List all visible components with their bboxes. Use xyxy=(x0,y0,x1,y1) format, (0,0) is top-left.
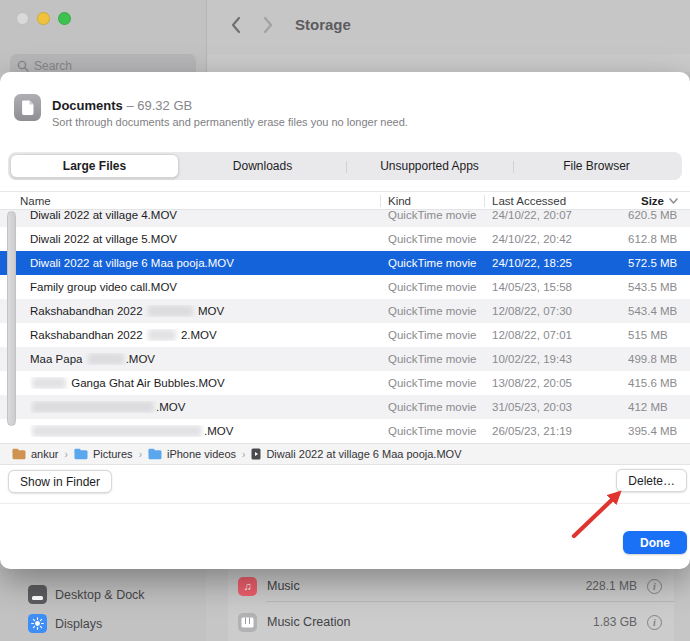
show-in-finder-button[interactable]: Show in Finder xyxy=(8,470,112,493)
breadcrumb-item[interactable]: Pictures xyxy=(74,448,133,460)
redacted-text xyxy=(148,305,193,317)
column-header-size[interactable]: Size xyxy=(628,192,690,209)
tab-label: File Browser xyxy=(563,159,630,173)
file-size: 572.5 MB xyxy=(628,257,690,269)
category-size: 1.83 GB xyxy=(593,615,637,629)
tab-file-browser[interactable]: File Browser xyxy=(513,154,680,178)
breadcrumb-label: ankur xyxy=(31,448,59,460)
file-size: 543.5 MB xyxy=(628,281,690,293)
file-kind: QuickTime movie xyxy=(388,377,492,389)
file-kind: QuickTime movie xyxy=(388,305,492,317)
traffic-lights xyxy=(16,12,71,25)
file-last-accessed: 24/10/22, 20:07 xyxy=(492,210,628,221)
table-row[interactable]: Maa Papa .MOVQuickTime movie10/02/22, 19… xyxy=(0,347,690,371)
file-last-accessed: 13/08/22, 20:05 xyxy=(492,377,628,389)
page-title: Storage xyxy=(295,16,351,33)
breadcrumb-label: Pictures xyxy=(93,448,133,460)
table-row[interactable]: Rakshabandhan 2022 2.MOVQuickTime movie1… xyxy=(0,323,690,347)
file-name: Diwali 2022 at village 5.MOV xyxy=(30,233,388,245)
tab-label: Large Files xyxy=(63,159,126,173)
table-row[interactable]: Family group video call.MOVQuickTime mov… xyxy=(0,275,690,299)
table-row[interactable]: Rakshabandhan 2022 MOVQuickTime movie12/… xyxy=(0,299,690,323)
sidebar-item-label: Desktop & Dock xyxy=(55,588,145,602)
movie-file-icon xyxy=(251,448,261,460)
category-size: 228.1 MB xyxy=(586,579,637,593)
breadcrumb-item[interactable]: iPhone videos xyxy=(148,448,236,460)
minimize-button[interactable] xyxy=(37,12,50,25)
file-size: 499.8 MB xyxy=(628,353,690,365)
sidebar-item-label: Displays xyxy=(55,617,102,631)
column-header-kind[interactable]: Kind xyxy=(388,192,492,209)
sheet-title-text: Documents xyxy=(52,98,123,113)
breadcrumb-item[interactable]: ankur xyxy=(12,448,59,460)
sort-chevron-icon xyxy=(669,198,678,204)
file-name: .MOV xyxy=(30,401,388,414)
file-last-accessed: 26/05/23, 21:19 xyxy=(492,425,628,437)
sheet-title-size: – 69.32 GB xyxy=(126,98,192,113)
file-name: Ganga Ghat Air Bubbles.MOV xyxy=(30,377,388,390)
tab-bar: Large FilesDownloadsUnsupported AppsFile… xyxy=(8,152,682,180)
tab-downloads[interactable]: Downloads xyxy=(179,154,346,178)
sidebar-item-desktop-dock[interactable]: Desktop & Dock xyxy=(28,585,145,604)
settings-content-top xyxy=(207,54,690,72)
redacted-text xyxy=(88,353,124,365)
search-icon xyxy=(17,60,29,72)
file-size: 543.4 MB xyxy=(628,305,690,317)
redacted-text xyxy=(32,425,202,437)
music-icon: ♫ xyxy=(238,577,257,596)
table-row[interactable]: Diwali 2022 at village 6 Maa pooja.MOVQu… xyxy=(0,251,690,275)
file-name: Family group video call.MOV xyxy=(30,281,388,293)
breadcrumb: ankur›Pictures›iPhone videos›Diwali 2022… xyxy=(0,443,690,465)
info-icon[interactable]: i xyxy=(647,579,662,594)
table-row[interactable]: Diwali 2022 at village 4.MOVQuickTime mo… xyxy=(0,210,690,227)
category-label: Music Creation xyxy=(267,615,583,629)
file-kind: QuickTime movie xyxy=(388,210,492,221)
file-size: 620.5 MB xyxy=(628,210,690,221)
annotation-arrow xyxy=(552,476,682,548)
column-header-accessed[interactable]: Last Accessed xyxy=(492,192,628,209)
table-row[interactable]: .MOVQuickTime movie31/05/23, 20:03412 MB xyxy=(0,395,690,419)
file-last-accessed: 31/05/23, 20:03 xyxy=(492,401,628,413)
breadcrumb-separator: › xyxy=(65,449,68,460)
category-row-music-creation[interactable]: Music Creation 1.83 GB i xyxy=(228,606,674,638)
info-icon[interactable]: i xyxy=(647,615,662,630)
file-name: Rakshabandhan 2022 MOV xyxy=(30,305,388,318)
breadcrumb-separator: › xyxy=(139,449,142,460)
category-label: Music xyxy=(267,579,576,593)
close-button[interactable] xyxy=(16,12,29,25)
file-kind: QuickTime movie xyxy=(388,353,492,365)
file-name: Diwali 2022 at village 6 Maa pooja.MOV xyxy=(30,257,388,269)
back-chevron-icon[interactable] xyxy=(230,16,242,34)
file-kind: QuickTime movie xyxy=(388,281,492,293)
zoom-button[interactable] xyxy=(58,12,71,25)
brightness-icon xyxy=(28,614,47,633)
tab-label: Unsupported Apps xyxy=(380,159,479,173)
file-kind: QuickTime movie xyxy=(388,425,492,437)
file-size: 612.8 MB xyxy=(628,233,690,245)
column-header-name[interactable]: Name xyxy=(20,192,388,209)
table-row[interactable]: .MOVQuickTime movie26/05/23, 21:19395.4 … xyxy=(0,419,690,443)
file-size: 415.6 MB xyxy=(628,377,690,389)
category-row-music[interactable]: ♫ Music 228.1 MB i xyxy=(228,570,674,602)
file-kind: QuickTime movie xyxy=(388,257,492,269)
vertical-scrollbar[interactable] xyxy=(7,211,16,426)
table-row[interactable]: Diwali 2022 at village 5.MOVQuickTime mo… xyxy=(0,227,690,251)
file-last-accessed: 12/08/22, 07:01 xyxy=(492,329,628,341)
dock-icon xyxy=(28,585,47,604)
file-name: Maa Papa .MOV xyxy=(30,353,388,366)
breadcrumb-item[interactable]: Diwali 2022 at village 6 Maa pooja.MOV xyxy=(251,448,461,460)
storage-category-list: ♫ Music 228.1 MB i Music Creation 1.83 G… xyxy=(228,569,674,641)
file-size: 395.4 MB xyxy=(628,425,690,437)
sidebar-item-displays[interactable]: Displays xyxy=(28,614,102,633)
forward-chevron-icon[interactable] xyxy=(262,16,274,34)
redacted-text xyxy=(32,401,154,413)
tab-unsupported-apps[interactable]: Unsupported Apps xyxy=(346,154,513,178)
folder-icon xyxy=(74,448,88,460)
file-name: .MOV xyxy=(30,425,388,438)
tab-label: Downloads xyxy=(233,159,292,173)
tab-large-files[interactable]: Large Files xyxy=(10,154,179,178)
file-kind: QuickTime movie xyxy=(388,329,492,341)
file-last-accessed: 14/05/23, 15:58 xyxy=(492,281,628,293)
table-row[interactable]: Ganga Ghat Air Bubbles.MOVQuickTime movi… xyxy=(0,371,690,395)
file-name: Rakshabandhan 2022 2.MOV xyxy=(30,329,388,342)
